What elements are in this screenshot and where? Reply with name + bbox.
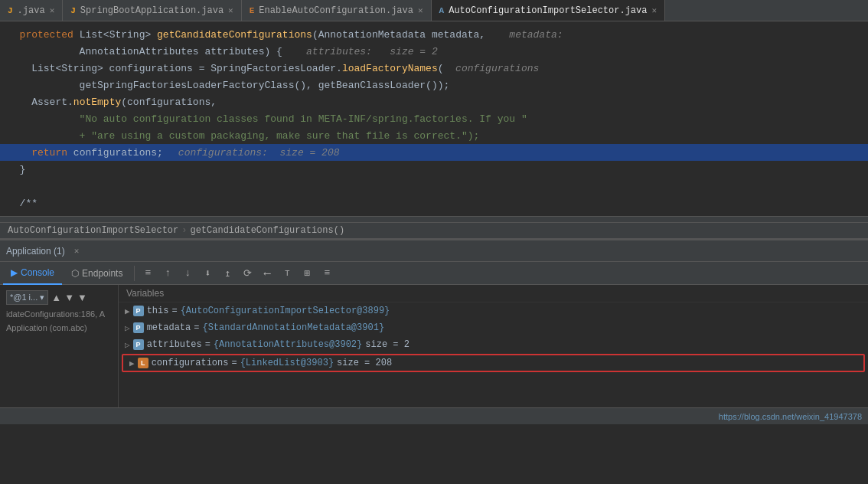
tab-label-3: EnableAutoConfiguration.java — [259, 5, 413, 16]
var-value-attributes: {AnnotationAttributes@3902} — [214, 339, 362, 350]
status-bar: https://blog.csdn.net/weixin_41947378 — [0, 407, 868, 424]
console-icon: ▶ — [11, 267, 18, 278]
tab-enableauto[interactable]: E EnableAutoConfiguration.java ✕ — [242, 0, 432, 21]
debug-attributes: attributes: size = 2 — [294, 46, 437, 57]
breadcrumb-part1: AutoConfigurationImportSelector — [8, 225, 178, 236]
close-tab-1[interactable]: ✕ — [50, 5, 55, 15]
tab-icon-2: J — [70, 6, 76, 15]
keyword-protected: protected — [8, 29, 80, 41]
panel-title: Application (1) — [6, 246, 65, 257]
tab-label-4: AutoConfigurationImportSelector.java — [449, 5, 647, 16]
type-icon-configurations: L — [138, 358, 148, 368]
nav-down-icon[interactable]: ▼ — [64, 292, 74, 303]
toolbar-btn-refresh[interactable]: ⟳ — [238, 264, 256, 283]
type-list: List<String> — [80, 29, 157, 41]
bottom-panel: Application (1) ✕ ▶ Console ⬡ Endpoints … — [0, 239, 868, 424]
var-eq-this: = — [171, 306, 177, 316]
breadcrumb-sep: › — [181, 225, 187, 236]
tab-icon-1: J — [8, 6, 13, 15]
tab-java[interactable]: J .java ✕ — [0, 0, 63, 21]
keyword-return: return — [8, 147, 73, 159]
type-icon-attributes: P — [133, 339, 144, 350]
nav-up-icon[interactable]: ▲ — [51, 292, 61, 303]
horizontal-scrollbar[interactable] — [0, 216, 868, 222]
fn-loadfactory: loadFactoryNames — [342, 63, 438, 74]
toolbar-btn-download[interactable]: ⬇ — [198, 264, 217, 283]
filter-icon[interactable]: ▼ — [77, 292, 87, 303]
tab-label-1: .java — [18, 5, 45, 16]
toolbar-btn-text[interactable]: T — [278, 264, 296, 283]
var-size-attributes: size = 2 — [365, 339, 410, 350]
paren-open: ( — [312, 29, 318, 41]
expand-metadata[interactable]: ▷ — [125, 323, 130, 333]
debug-configurations-val: configurations: size = 208 — [178, 147, 340, 159]
var-eq-attributes: = — [205, 339, 210, 350]
code-line-11: /** — [0, 195, 868, 211]
panel-title-bar: Application (1) ✕ — [0, 240, 868, 262]
frame-selector: *@1 i... ▾ ▲ ▼ ▼ idateConfigurations:186… — [0, 285, 119, 407]
code-notempty-args: (configurations, — [121, 96, 217, 108]
close-tab-4[interactable]: ✕ — [651, 5, 657, 15]
toolbar-btn-back[interactable]: ⟵ — [258, 264, 276, 283]
code-editor: protected List<String> getCandidateConfi… — [0, 21, 868, 216]
code-list-configs: List<String> configurations = SpringFact… — [8, 63, 342, 74]
code-javadoc-start: /** — [8, 198, 38, 209]
code-line-9: } — [0, 161, 868, 178]
code-attributes: AnnotationAttributes attributes) { — [8, 46, 294, 57]
fn-notempty: notEmpty — [73, 96, 121, 108]
expand-attributes[interactable]: ▷ — [125, 340, 130, 350]
debug-configurations: configurations — [455, 63, 539, 74]
toolbar-btn-up[interactable]: ↑ — [158, 264, 177, 283]
status-url: https://blog.csdn.net/weixin_41947378 — [719, 412, 862, 421]
var-name-this: this — [147, 306, 169, 316]
var-eq-configurations: = — [231, 358, 237, 368]
code-line-4: getSpringFactoriesLoaderFactoryClass(), … — [0, 77, 868, 93]
tab-icon-3: E — [250, 6, 255, 15]
frame-subtext1: idateConfigurations:186, A — [0, 307, 118, 321]
close-tab-2[interactable]: ✕ — [228, 5, 233, 15]
var-size-configurations: size = 208 — [337, 358, 392, 368]
code-close-brace: } — [8, 164, 25, 175]
paren2: ( — [438, 63, 455, 74]
variables-panel: *@1 i... ▾ ▲ ▼ ▼ idateConfigurations:186… — [0, 285, 868, 407]
tab-endpoints[interactable]: ⬡ Endpoints — [64, 262, 130, 285]
var-row-configurations: ▶ L configurations = {LinkedList@3903} s… — [122, 354, 865, 372]
toolbar-btn-upload[interactable]: ↥ — [218, 264, 237, 283]
tab-label-2: SpringBootApplication.java — [80, 5, 224, 16]
console-label: Console — [21, 267, 54, 278]
breadcrumb-part2: getCandidateConfigurations() — [190, 225, 344, 236]
tab-bar: J .java ✕ J SpringBootApplication.java ✕… — [0, 0, 868, 21]
frame-subtext2: Application (com.abc) — [0, 321, 118, 335]
toolbar-btn-menu[interactable]: ≡ — [139, 264, 157, 283]
code-line-3: List<String> configurations = SpringFact… — [0, 60, 868, 77]
expand-this[interactable]: ▶ — [125, 306, 130, 316]
var-value-this: {AutoConfigurationImportSelector@3899} — [181, 306, 390, 316]
toolbar-btn-down[interactable]: ↓ — [178, 264, 197, 283]
endpoints-label: Endpoints — [82, 268, 122, 279]
tab-autoimport[interactable]: A AutoConfigurationImportSelector.java ✕ — [432, 0, 665, 21]
breadcrumb: AutoConfigurationImportSelector › getCan… — [0, 222, 868, 239]
code-line-10 — [0, 178, 868, 195]
code-line-5: Assert. notEmpty (configurations, — [0, 93, 868, 110]
var-value-metadata: {StandardAnnotationMetadata@3901} — [202, 322, 384, 333]
code-return-configs: configurations; — [73, 147, 163, 159]
code-line-1: protected List<String> getCandidateConfi… — [0, 26, 868, 43]
fn-getcandidates: getCandidateConfigurations — [157, 29, 312, 41]
code-line-8-highlighted: return configurations; configurations: s… — [0, 144, 868, 161]
type-icon-this: P — [133, 306, 144, 316]
toolbar-btn-list[interactable]: ≡ — [318, 264, 336, 283]
var-row-metadata: ▷ P metadata = {StandardAnnotationMetada… — [119, 319, 868, 336]
code-assert: Assert. — [8, 96, 73, 108]
var-name-metadata: metadata — [147, 322, 191, 333]
panel-close-button[interactable]: ✕ — [74, 246, 80, 256]
close-tab-3[interactable]: ✕ — [418, 5, 423, 15]
tab-console[interactable]: ▶ Console — [3, 262, 62, 285]
expand-configurations[interactable]: ▶ — [129, 358, 135, 368]
debug-metadata: metadata: — [485, 29, 563, 41]
variables-header: Variables — [119, 285, 868, 302]
endpoints-icon: ⬡ — [71, 268, 79, 279]
tab-springboot[interactable]: J SpringBootApplication.java ✕ — [63, 0, 241, 21]
toolbar-btn-grid[interactable]: ⊞ — [298, 264, 316, 283]
var-name-configurations: configurations — [152, 358, 229, 368]
frame-dropdown[interactable]: *@1 i... ▾ — [6, 290, 48, 305]
